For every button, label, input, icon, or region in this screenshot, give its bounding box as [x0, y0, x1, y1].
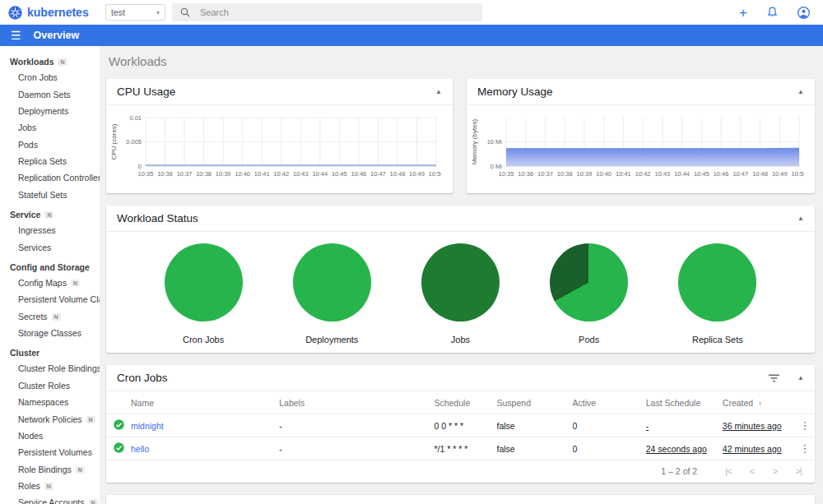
col-active[interactable]: Active — [573, 391, 646, 414]
row-menu-kebab-icon[interactable]: ⋮ — [795, 437, 815, 460]
col-created[interactable]: Created↑ — [723, 391, 795, 414]
count-badge: N — [44, 483, 53, 490]
check-circle-icon — [114, 419, 124, 430]
col-last-schedule[interactable]: Last Schedule — [646, 391, 723, 414]
svg-text:10:40: 10:40 — [235, 170, 250, 178]
sidebar-item-cluster-role-bindings[interactable]: Cluster Role Bindings — [0, 360, 100, 377]
create-resource-button[interactable]: + — [739, 6, 747, 20]
sidebar-item-nodes[interactable]: Nodes — [0, 428, 100, 444]
created-link[interactable]: 42 minutes ago — [723, 444, 782, 454]
page-title: Overview — [34, 30, 80, 41]
search-box[interactable] — [172, 3, 482, 21]
col-name[interactable]: Name — [131, 391, 279, 414]
row-menu-kebab-icon[interactable]: ⋮ — [795, 414, 815, 437]
svg-text:10:42: 10:42 — [273, 170, 289, 178]
last-schedule-link[interactable]: 24 seconds ago — [646, 444, 707, 454]
sort-ascending-icon: ↑ — [758, 400, 762, 408]
sidebar-item-replication-controllers[interactable]: Replication Controllers — [0, 169, 100, 186]
deployments-pie-chart[interactable] — [293, 243, 371, 321]
chevron-up-icon[interactable]: ▲ — [797, 374, 804, 381]
sidebar-item-replica-sets[interactable]: Replica Sets — [0, 153, 100, 169]
sidebar-item-pods[interactable]: Pods — [0, 136, 100, 153]
sidebar-item-cron-jobs[interactable]: Cron Jobs — [0, 69, 100, 86]
sidebar-item-stateful-sets[interactable]: Stateful Sets — [0, 187, 100, 203]
col-suspend[interactable]: Suspend — [497, 391, 573, 414]
svg-text:0.005: 0.005 — [126, 138, 142, 146]
cron-jobs-pie-chart[interactable] — [165, 243, 243, 321]
sidebar-section-service[interactable]: ServiceN — [0, 203, 100, 222]
sidebar-item-services[interactable]: Services — [0, 238, 100, 255]
cpu-usage-chart: 00.0050.0110:3510:3610:3710:3810:3910:40… — [108, 110, 441, 187]
sidebar-item-service-accounts[interactable]: Service AccountsN — [0, 494, 100, 504]
kubernetes-logo[interactable]: kubernetes — [8, 6, 94, 20]
cronjob-name-link[interactable]: midnight — [131, 421, 164, 431]
svg-text:10:41: 10:41 — [616, 170, 631, 178]
svg-text:10:38: 10:38 — [196, 170, 212, 178]
first-page-button[interactable]: |< — [725, 466, 732, 476]
count-badge: N — [86, 416, 95, 423]
workload-pie-jobs: Jobs — [421, 243, 500, 344]
last-schedule-link[interactable]: - — [646, 421, 649, 431]
sidebar-item-storage-classes[interactable]: Storage Classes — [0, 325, 100, 341]
notifications-bell-icon[interactable] — [767, 7, 778, 18]
table-row: hello-*/1 * * * *false024 seconds ago42 … — [106, 437, 815, 460]
main-content: Workloads CPU Usage ▲ 00.0050.0110:3510:… — [100, 46, 823, 504]
count-badge: N — [71, 280, 80, 287]
sidebar-item-secrets[interactable]: SecretsN — [0, 308, 100, 325]
user-account-icon[interactable] — [797, 7, 810, 19]
col-schedule[interactable]: Schedule — [434, 391, 496, 414]
pie-label: Cron Jobs — [183, 335, 224, 344]
chevron-up-icon[interactable]: ▲ — [797, 215, 804, 222]
sidebar-item-roles[interactable]: RolesN — [0, 478, 100, 494]
svg-text:10:47: 10:47 — [732, 170, 748, 178]
sidebar-item-persistent-volume-claims[interactable]: Persistent Volume ClaimsN — [0, 291, 100, 307]
sidebar-item-persistent-volumes[interactable]: Persistent Volumes — [0, 444, 100, 460]
col-labels[interactable]: Labels — [279, 391, 434, 414]
hamburger-menu-icon[interactable]: ☰ — [11, 30, 21, 41]
sidebar-item-jobs[interactable]: Jobs — [0, 119, 100, 136]
svg-text:10:42: 10:42 — [635, 170, 651, 178]
replica-sets-pie-chart[interactable] — [678, 243, 756, 321]
svg-text:10:35: 10:35 — [499, 170, 514, 178]
brand-text: kubernetes — [27, 6, 89, 19]
svg-text:0.01: 0.01 — [129, 114, 142, 122]
labels-cell: - — [279, 414, 434, 437]
pods-pie-chart[interactable] — [550, 243, 628, 321]
sidebar-section-cluster[interactable]: Cluster — [0, 341, 100, 360]
memory-usage-card: Memory Usage ▲ 0 Mi10 Mi10:3510:3610:371… — [467, 79, 815, 193]
sidebar-item-config-maps[interactable]: Config MapsN — [0, 275, 100, 291]
svg-text:10:39: 10:39 — [577, 170, 593, 178]
previous-page-button[interactable]: < — [750, 466, 755, 476]
sidebar-section-workloads[interactable]: WorkloadsN — [0, 50, 100, 69]
svg-text:10:44: 10:44 — [674, 170, 690, 178]
pie-label: Jobs — [451, 335, 470, 344]
created-link[interactable]: 36 minutes ago — [723, 421, 782, 431]
last-page-button[interactable]: >| — [795, 466, 802, 476]
svg-text:10:40: 10:40 — [596, 170, 611, 178]
sidebar-item-ingresses[interactable]: Ingresses — [0, 222, 100, 238]
cron-jobs-pagination: 1 – 2 of 2 |< < > >| — [106, 460, 815, 483]
chevron-up-icon[interactable]: ▲ — [435, 88, 442, 95]
next-page-button[interactable]: > — [773, 466, 778, 476]
sidebar-item-cluster-roles[interactable]: Cluster Roles — [0, 377, 100, 394]
svg-text:Memory (bytes): Memory (bytes) — [471, 118, 478, 164]
sidebar-item-role-bindings[interactable]: Role BindingsN — [0, 461, 100, 478]
workload-status-title: Workload Status — [117, 212, 198, 224]
sidebar-item-daemon-sets[interactable]: Daemon Sets — [0, 86, 100, 102]
namespace-select[interactable]: test ▾ — [105, 4, 165, 21]
jobs-pie-chart[interactable] — [421, 243, 500, 321]
svg-text:10:38: 10:38 — [557, 170, 573, 178]
check-circle-icon — [114, 442, 124, 453]
filter-icon[interactable] — [769, 374, 779, 382]
labels-cell: - — [279, 437, 434, 460]
svg-text:10:36: 10:36 — [157, 170, 173, 178]
svg-text:10:37: 10:37 — [537, 170, 553, 178]
cronjob-name-link[interactable]: hello — [131, 444, 149, 454]
sidebar-item-namespaces[interactable]: Namespaces — [0, 394, 100, 410]
pie-label: Replica Sets — [692, 335, 743, 344]
sidebar-item-network-policies[interactable]: Network PoliciesN — [0, 410, 100, 427]
search-input[interactable] — [198, 7, 445, 18]
sidebar-item-deployments[interactable]: Deployments — [0, 103, 100, 119]
sidebar-section-config-and-storage[interactable]: Config and Storage — [0, 256, 100, 275]
chevron-up-icon[interactable]: ▲ — [797, 88, 804, 95]
